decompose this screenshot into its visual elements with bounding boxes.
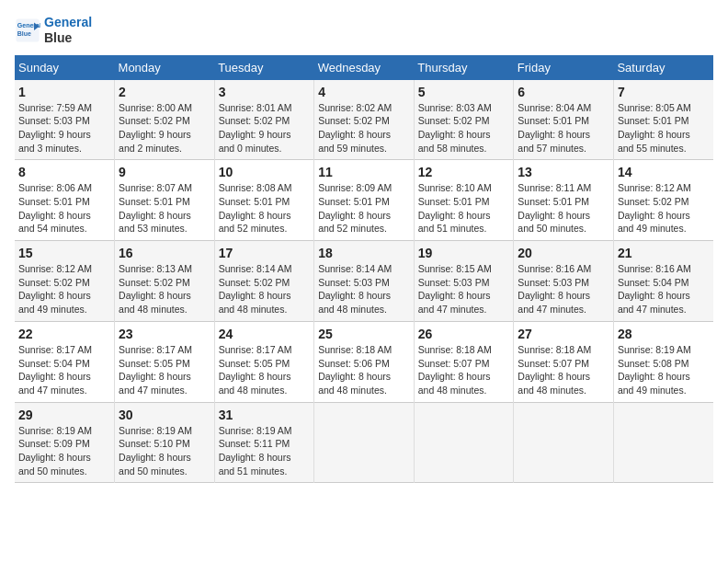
calendar-cell: 11Sunrise: 8:09 AM Sunset: 5:01 PM Dayli… [314, 160, 415, 241]
day-number: 16 [119, 246, 210, 260]
day-number: 3 [219, 85, 311, 99]
calendar-cell: 29Sunrise: 8:19 AM Sunset: 5:09 PM Dayli… [15, 402, 115, 483]
day-info: Sunrise: 8:19 AM Sunset: 5:11 PM Dayligh… [219, 424, 311, 478]
calendar-cell: 10Sunrise: 8:08 AM Sunset: 5:01 PM Dayli… [214, 160, 314, 241]
day-info: Sunrise: 8:11 AM Sunset: 5:01 PM Dayligh… [518, 181, 609, 236]
day-number: 14 [618, 165, 710, 179]
calendar-cell: 20Sunrise: 8:16 AM Sunset: 5:03 PM Dayli… [514, 241, 614, 322]
calendar-cell: 16Sunrise: 8:13 AM Sunset: 5:02 PM Dayli… [115, 241, 215, 322]
calendar-cell: 6Sunrise: 8:04 AM Sunset: 5:01 PM Daylig… [514, 80, 614, 160]
day-number: 19 [418, 246, 510, 260]
day-number: 17 [219, 246, 311, 260]
day-number: 23 [119, 327, 210, 341]
calendar-cell: 30Sunrise: 8:19 AM Sunset: 5:10 PM Dayli… [115, 402, 215, 483]
day-info: Sunrise: 8:17 AM Sunset: 5:04 PM Dayligh… [18, 343, 110, 397]
day-info: Sunrise: 8:16 AM Sunset: 5:04 PM Dayligh… [618, 262, 710, 316]
day-number: 11 [318, 165, 410, 179]
calendar-cell: 5Sunrise: 8:03 AM Sunset: 5:02 PM Daylig… [414, 80, 514, 160]
day-info: Sunrise: 8:15 AM Sunset: 5:03 PM Dayligh… [418, 262, 510, 316]
calendar-header: SundayMondayTuesdayWednesdayThursdayFrid… [15, 55, 713, 80]
calendar-week-row: 15Sunrise: 8:12 AM Sunset: 5:02 PM Dayli… [15, 241, 713, 322]
day-number: 6 [518, 85, 609, 99]
day-number: 25 [318, 327, 410, 341]
calendar-week-row: 1Sunrise: 7:59 AM Sunset: 5:03 PM Daylig… [15, 80, 713, 160]
calendar-cell: 21Sunrise: 8:16 AM Sunset: 5:04 PM Dayli… [613, 241, 713, 322]
day-number: 8 [18, 165, 110, 179]
weekday-header-row: SundayMondayTuesdayWednesdayThursdayFrid… [15, 55, 713, 80]
calendar-cell: 8Sunrise: 8:06 AM Sunset: 5:01 PM Daylig… [15, 160, 115, 241]
day-number: 9 [119, 165, 210, 179]
day-number: 2 [119, 85, 210, 99]
logo-text: GeneralBlue [44, 15, 92, 46]
day-number: 30 [119, 408, 210, 422]
day-number: 27 [518, 327, 609, 341]
day-number: 7 [618, 85, 710, 99]
calendar-week-row: 29Sunrise: 8:19 AM Sunset: 5:09 PM Dayli… [15, 402, 713, 483]
calendar-cell: 25Sunrise: 8:18 AM Sunset: 5:06 PM Dayli… [314, 321, 415, 402]
logo-icon: General Blue [15, 17, 40, 43]
day-info: Sunrise: 8:19 AM Sunset: 5:09 PM Dayligh… [18, 424, 110, 478]
calendar-cell: 12Sunrise: 8:10 AM Sunset: 5:01 PM Dayli… [414, 160, 514, 241]
day-info: Sunrise: 8:00 AM Sunset: 5:02 PM Dayligh… [119, 101, 210, 155]
weekday-header-wednesday: Wednesday [314, 55, 415, 80]
day-info: Sunrise: 8:18 AM Sunset: 5:06 PM Dayligh… [318, 343, 410, 397]
calendar-week-row: 22Sunrise: 8:17 AM Sunset: 5:04 PM Dayli… [15, 321, 713, 402]
logo: General Blue GeneralBlue [15, 15, 92, 46]
calendar-cell: 27Sunrise: 8:18 AM Sunset: 5:07 PM Dayli… [514, 321, 614, 402]
day-number: 5 [418, 85, 510, 99]
calendar-cell [613, 402, 713, 483]
calendar-cell: 31Sunrise: 8:19 AM Sunset: 5:11 PM Dayli… [214, 402, 314, 483]
day-info: Sunrise: 8:14 AM Sunset: 5:02 PM Dayligh… [219, 262, 311, 316]
day-number: 29 [18, 408, 110, 422]
day-info: Sunrise: 8:19 AM Sunset: 5:10 PM Dayligh… [119, 424, 210, 478]
weekday-header-friday: Friday [514, 55, 614, 80]
calendar-cell: 9Sunrise: 8:07 AM Sunset: 5:01 PM Daylig… [115, 160, 215, 241]
day-number: 12 [418, 165, 510, 179]
day-info: Sunrise: 8:07 AM Sunset: 5:01 PM Dayligh… [119, 181, 210, 236]
calendar-cell: 2Sunrise: 8:00 AM Sunset: 5:02 PM Daylig… [115, 80, 215, 160]
calendar-cell [414, 402, 514, 483]
day-info: Sunrise: 8:04 AM Sunset: 5:01 PM Dayligh… [518, 101, 609, 155]
calendar-cell: 24Sunrise: 8:17 AM Sunset: 5:05 PM Dayli… [214, 321, 314, 402]
day-number: 31 [219, 408, 311, 422]
calendar-cell: 14Sunrise: 8:12 AM Sunset: 5:02 PM Dayli… [613, 160, 713, 241]
calendar-table: SundayMondayTuesdayWednesdayThursdayFrid… [15, 55, 713, 484]
day-number: 13 [518, 165, 609, 179]
day-info: Sunrise: 8:01 AM Sunset: 5:02 PM Dayligh… [219, 101, 311, 155]
weekday-header-thursday: Thursday [414, 55, 514, 80]
day-number: 24 [219, 327, 311, 341]
day-number: 18 [318, 246, 410, 260]
calendar-body: 1Sunrise: 7:59 AM Sunset: 5:03 PM Daylig… [15, 80, 713, 483]
calendar-cell: 23Sunrise: 8:17 AM Sunset: 5:05 PM Dayli… [115, 321, 215, 402]
calendar-cell: 13Sunrise: 8:11 AM Sunset: 5:01 PM Dayli… [514, 160, 614, 241]
day-number: 1 [18, 85, 110, 99]
day-info: Sunrise: 8:17 AM Sunset: 5:05 PM Dayligh… [119, 343, 210, 397]
day-number: 22 [18, 327, 110, 341]
day-info: Sunrise: 8:05 AM Sunset: 5:01 PM Dayligh… [618, 101, 710, 155]
calendar-cell: 18Sunrise: 8:14 AM Sunset: 5:03 PM Dayli… [314, 241, 415, 322]
calendar-cell: 28Sunrise: 8:19 AM Sunset: 5:08 PM Dayli… [613, 321, 713, 402]
calendar-cell: 1Sunrise: 7:59 AM Sunset: 5:03 PM Daylig… [15, 80, 115, 160]
day-info: Sunrise: 8:18 AM Sunset: 5:07 PM Dayligh… [418, 343, 510, 397]
calendar-cell: 7Sunrise: 8:05 AM Sunset: 5:01 PM Daylig… [613, 80, 713, 160]
day-info: Sunrise: 8:19 AM Sunset: 5:08 PM Dayligh… [618, 343, 710, 397]
calendar-cell: 15Sunrise: 8:12 AM Sunset: 5:02 PM Dayli… [15, 241, 115, 322]
day-info: Sunrise: 8:08 AM Sunset: 5:01 PM Dayligh… [219, 181, 311, 236]
day-info: Sunrise: 8:10 AM Sunset: 5:01 PM Dayligh… [418, 181, 510, 236]
calendar-cell: 26Sunrise: 8:18 AM Sunset: 5:07 PM Dayli… [414, 321, 514, 402]
day-number: 20 [518, 246, 609, 260]
svg-text:Blue: Blue [17, 29, 31, 36]
day-number: 28 [618, 327, 710, 341]
day-info: Sunrise: 8:16 AM Sunset: 5:03 PM Dayligh… [518, 262, 609, 316]
day-number: 10 [219, 165, 311, 179]
day-info: Sunrise: 8:02 AM Sunset: 5:02 PM Dayligh… [318, 101, 410, 155]
calendar-cell: 17Sunrise: 8:14 AM Sunset: 5:02 PM Dayli… [214, 241, 314, 322]
day-info: Sunrise: 8:14 AM Sunset: 5:03 PM Dayligh… [318, 262, 410, 316]
calendar-cell: 4Sunrise: 8:02 AM Sunset: 5:02 PM Daylig… [314, 80, 415, 160]
weekday-header-monday: Monday [115, 55, 215, 80]
day-info: Sunrise: 7:59 AM Sunset: 5:03 PM Dayligh… [18, 101, 110, 155]
day-info: Sunrise: 8:12 AM Sunset: 5:02 PM Dayligh… [618, 181, 710, 236]
weekday-header-saturday: Saturday [613, 55, 713, 80]
day-info: Sunrise: 8:12 AM Sunset: 5:02 PM Dayligh… [18, 262, 110, 316]
weekday-header-sunday: Sunday [15, 55, 115, 80]
